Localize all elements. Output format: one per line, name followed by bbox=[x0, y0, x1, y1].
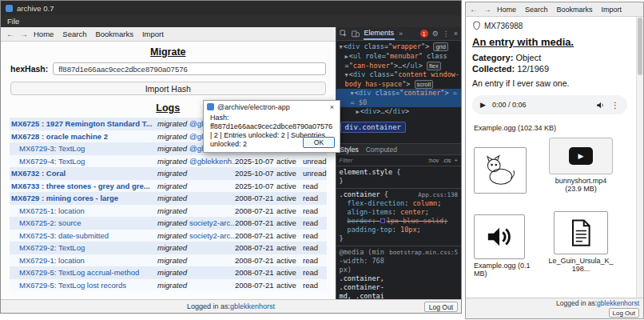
log-entry-link[interactable]: MX6729-1: location bbox=[11, 256, 157, 265]
scrollbar-thumb[interactable] bbox=[638, 18, 642, 75]
toolbar-link-home[interactable]: Home bbox=[497, 6, 516, 14]
tab-styles[interactable]: Styles bbox=[340, 146, 359, 154]
category-label: Category: bbox=[472, 53, 513, 62]
devtools-close-icon[interactable]: × bbox=[454, 30, 458, 38]
logout-button[interactable]: Log Out bbox=[424, 302, 458, 312]
settings-gear-icon[interactable]: ⚙ bbox=[432, 30, 439, 38]
log-entry-link[interactable]: MX6729-2: TextLog bbox=[11, 243, 157, 252]
dom-node[interactable]: ▶<ul role="menubar" class="can-hover">…<… bbox=[336, 52, 461, 70]
entry-description: An entry if I ever saw one. bbox=[472, 78, 632, 88]
log-row[interactable]: MX6725-3: date-submittedmigratedsociety2… bbox=[10, 230, 327, 242]
username-link[interactable]: gblekkenhorst bbox=[597, 299, 639, 307]
error-count-badge[interactable]: 1 bbox=[420, 30, 428, 38]
volume-icon[interactable] bbox=[596, 101, 605, 110]
dom-node[interactable]: ▼<div class="content window-body has-spa… bbox=[336, 70, 461, 89]
log-status: migrated bbox=[157, 256, 189, 265]
log-row[interactable]: MX6732 : Coralmigrated2025-10-07activeun… bbox=[10, 167, 327, 180]
log-row[interactable]: MX6725-2: sourcemigratedsociety2-arc...2… bbox=[10, 217, 327, 230]
audio-player[interactable]: ▶ 0:00 / 0:06 ⋮ bbox=[472, 95, 627, 114]
toolbar-link-home[interactable]: Home bbox=[34, 30, 54, 38]
log-row[interactable]: MX6729-1: locationmigrated2008-07-21acti… bbox=[10, 254, 327, 267]
inspect-icon[interactable] bbox=[340, 30, 348, 38]
log-row[interactable]: MX6733 : three stones - grey and gre...m… bbox=[10, 180, 327, 193]
log-entry-link[interactable]: MX6729-5: TextLog lost records bbox=[11, 281, 157, 290]
media-column-left: Example.ogg (0.1 MB) bbox=[474, 138, 533, 278]
toolbar-link-search[interactable]: Search bbox=[62, 30, 86, 38]
log-entry-link[interactable]: MX6732 : Coral bbox=[11, 169, 157, 178]
logged-in-text: Logged in as:gblekkenhorst bbox=[556, 299, 639, 307]
log-entry-link[interactable]: MX6728 : oracle machine 2 bbox=[11, 132, 157, 141]
status-bar: Logged in as:gblekkenhorst Log Out bbox=[1, 299, 461, 313]
hov-toggle-icon[interactable]: :hov bbox=[427, 157, 439, 164]
log-row[interactable]: MX6729-2: TextLogmigrated2008-07-21activ… bbox=[10, 242, 327, 254]
device-toolbar-icon[interactable] bbox=[352, 30, 360, 38]
toolbar-link-bookmarks[interactable]: Bookmarks bbox=[95, 30, 133, 38]
css-rule[interactable]: @media (min-width: 768px).container, .co… bbox=[336, 246, 461, 299]
log-status: migrated bbox=[157, 194, 189, 202]
cls-toggle-icon[interactable]: .cls bbox=[442, 157, 451, 164]
audio-file-button[interactable] bbox=[474, 214, 525, 259]
menu-file[interactable]: File bbox=[7, 17, 19, 26]
scrollbar[interactable] bbox=[636, 17, 643, 298]
category-value: Object bbox=[515, 53, 541, 62]
log-row[interactable]: MX6729-4: TextLogmigrated@gblekkenh...20… bbox=[10, 155, 327, 168]
video-play-icon[interactable]: ▶ bbox=[569, 147, 593, 165]
new-rule-icon[interactable]: + bbox=[455, 157, 458, 164]
forward-icon[interactable]: → bbox=[20, 30, 28, 38]
back-icon[interactable]: ← bbox=[470, 5, 478, 14]
logout-button[interactable]: Log Out bbox=[609, 308, 639, 318]
logged-in-label: Logged in as: bbox=[187, 302, 230, 310]
toolbar-link-search[interactable]: Search bbox=[525, 6, 548, 14]
log-row[interactable]: MX6729 : mining cores - largemigrated200… bbox=[10, 192, 327, 205]
log-entry-link[interactable]: MX6729 : mining cores - large bbox=[11, 194, 157, 202]
log-row[interactable]: MX6729-5: TextLog lost recordsmigrated20… bbox=[10, 279, 327, 292]
forward-icon[interactable]: → bbox=[483, 5, 491, 14]
video-thumbnail[interactable]: ▶ bbox=[549, 138, 613, 174]
more-tabs-icon[interactable]: » bbox=[399, 30, 403, 38]
image-thumbnail[interactable] bbox=[474, 147, 527, 194]
log-user-link[interactable]: society2-arc... bbox=[189, 218, 235, 227]
tab-computed[interactable]: Computed bbox=[366, 146, 397, 154]
log-entry-link[interactable]: MX6725-1: location bbox=[11, 206, 157, 215]
filter-input[interactable]: Filter bbox=[340, 157, 353, 164]
play-icon[interactable]: ▶ bbox=[480, 101, 486, 109]
video-name: bunnyshort.mp4 bbox=[555, 177, 607, 185]
titlebar[interactable]: archive 0.7 bbox=[1, 1, 461, 15]
css-rule[interactable]: .container {App.css:138flex-direction: c… bbox=[336, 189, 461, 246]
video-caption: bunnyshort.mp4 (23.9 MB) bbox=[555, 177, 607, 194]
dom-node[interactable]: ▼<div class="container"> == $0 bbox=[336, 89, 461, 107]
dom-node[interactable]: ▶<div>…</div> bbox=[336, 107, 461, 117]
log-user-link[interactable]: society2-arc... bbox=[189, 231, 235, 240]
log-entry-link[interactable]: MX6729-4: TextLog bbox=[11, 157, 157, 166]
dialog-ok-button[interactable]: OK bbox=[303, 137, 335, 148]
dialog-close-icon[interactable]: × bbox=[328, 103, 336, 111]
log-entry-link[interactable]: MX6725 : 1927 Remington Standard T... bbox=[11, 119, 157, 128]
dialog-titlebar[interactable]: @archive/electron-app × bbox=[204, 101, 340, 113]
entry-page: MX736988 An entry with media. Category: … bbox=[466, 17, 643, 298]
log-row[interactable]: MX6725-1: locationmigrated2008-07-21acti… bbox=[10, 205, 327, 218]
audio-menu-icon[interactable]: ⋮ bbox=[611, 101, 619, 110]
log-active: active bbox=[276, 256, 303, 265]
hexhash-input[interactable] bbox=[53, 62, 325, 75]
import-hash-button[interactable]: Import Hash bbox=[10, 82, 326, 95]
back-icon[interactable]: ← bbox=[6, 30, 14, 38]
devtools-menu-icon[interactable]: ⋮ bbox=[443, 30, 450, 38]
log-user-link[interactable]: @gblekkenh... bbox=[189, 157, 235, 166]
toolbar-link-import[interactable]: Import bbox=[602, 6, 622, 14]
log-status: migrated bbox=[157, 268, 189, 277]
document-button[interactable] bbox=[554, 211, 608, 254]
log-status: migrated bbox=[157, 119, 189, 128]
log-entry-link[interactable]: MX6733 : three stones - grey and gre... bbox=[11, 182, 157, 190]
log-row[interactable]: MX6729-5: TextLog accrual-methodmigrated… bbox=[10, 266, 327, 279]
tab-elements[interactable]: Elements bbox=[364, 28, 396, 40]
log-entry-link[interactable]: MX6725-3: date-submitted bbox=[11, 231, 157, 240]
toolbar-link-bookmarks[interactable]: Bookmarks bbox=[557, 6, 593, 14]
app-column: ← → HomeSearchBookmarksImport Migrate he… bbox=[1, 27, 336, 299]
log-entry-link[interactable]: MX6725-2: source bbox=[11, 218, 157, 227]
log-entry-link[interactable]: MX6729-5: TextLog accrual-method bbox=[11, 268, 157, 277]
css-rule[interactable]: element.style {} bbox=[336, 166, 461, 189]
dom-node[interactable]: ▼<div class="wrapper"> grid bbox=[336, 42, 461, 52]
toolbar-link-import[interactable]: Import bbox=[142, 30, 164, 38]
username-link[interactable]: gblekkenhorst bbox=[230, 302, 275, 310]
log-entry-link[interactable]: MX6729-3: TextLog bbox=[11, 144, 157, 153]
